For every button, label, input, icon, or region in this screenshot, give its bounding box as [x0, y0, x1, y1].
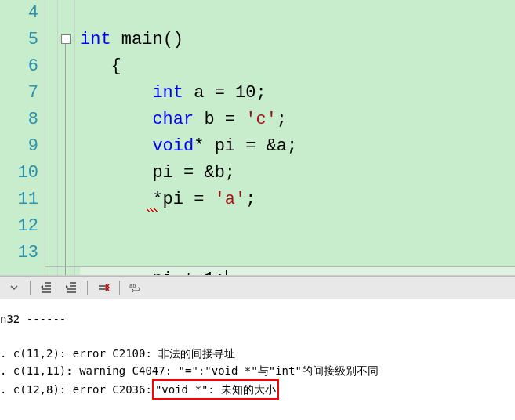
error-squiggle [147, 208, 158, 212]
code-line[interactable] [80, 0, 515, 27]
output-line: n32 ------ [0, 310, 515, 328]
line-number: 11 [3, 186, 38, 213]
code-line[interactable]: pi = &b; [80, 160, 515, 186]
line-number: 10 [3, 160, 38, 186]
line-number: 8 [3, 107, 38, 133]
line-number: 7 [3, 80, 38, 107]
fold-toggle-icon[interactable]: − [61, 34, 71, 44]
code-line[interactable]: { [80, 53, 515, 80]
code-area[interactable]: int main() { int a = 10; char b = 'c'; v… [75, 0, 515, 275]
toolbar-dropdown-arrow-icon[interactable] [5, 280, 24, 295]
text-cursor [226, 270, 227, 276]
code-line[interactable]: char b = 'c'; [80, 107, 515, 133]
line-number: 13 [3, 240, 38, 266]
line-number: 12 [3, 213, 38, 240]
output-line [0, 328, 515, 345]
line-number: 5 [3, 27, 38, 53]
line-number: 6 [3, 53, 38, 80]
line-number: 4 [3, 0, 38, 27]
toolbar-separator [30, 281, 31, 295]
code-line[interactable]: void* pi = &a; [80, 133, 515, 160]
error-highlight-box: "void *": 未知的大小 [152, 379, 279, 400]
clear-icon[interactable] [94, 280, 113, 295]
output-line: . c(11,11): warning C4047: "=":"void *"与… [0, 362, 515, 379]
code-line[interactable]: int a = 10; [80, 80, 515, 107]
code-line[interactable]: *pi = 'a'; [80, 186, 515, 266]
svg-text:ab: ab [129, 283, 136, 289]
indent-icon[interactable] [62, 280, 81, 295]
code-line-current[interactable]: pi + 1; [80, 266, 515, 276]
margin-bar [45, 0, 58, 275]
code-line[interactable]: int main() [80, 27, 515, 53]
fold-bar: − [58, 0, 75, 275]
output-panel[interactable]: n32 ------ . c(11,2): error C2100: 非法的间接… [0, 299, 515, 420]
output-line: . c(11,2): error C2100: 非法的间接寻址 [0, 345, 515, 362]
toolbar-separator [87, 281, 88, 295]
fold-guide [65, 44, 66, 275]
line-number-gutter: 4 5 6 7 8 9 10 11 12 13 [0, 0, 45, 275]
word-wrap-icon[interactable]: ab [126, 280, 145, 295]
output-line: . c(12,8): error C2036:"void *": 未知的大小 [0, 379, 515, 400]
code-editor[interactable]: 4 5 6 7 8 9 10 11 12 13 − int main() { i… [0, 0, 515, 276]
outdent-icon[interactable] [37, 280, 56, 295]
toolbar-separator [119, 281, 120, 295]
line-number: 9 [3, 133, 38, 160]
output-toolbar: ab [0, 276, 515, 299]
